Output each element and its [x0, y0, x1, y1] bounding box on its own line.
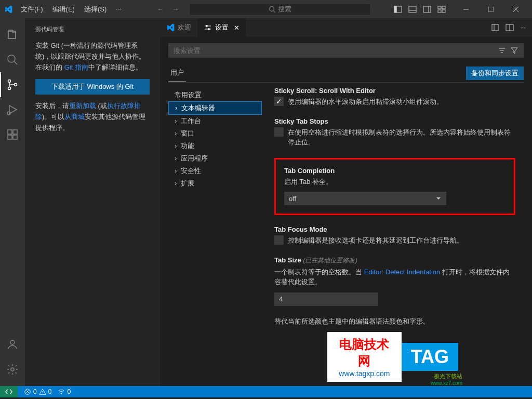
- svg-point-20: [8, 80, 11, 83]
- svg-point-22: [15, 84, 17, 86]
- reload-link[interactable]: 重新加载: [69, 102, 96, 110]
- svg-rect-10: [442, 6, 445, 9]
- split-editor-icon[interactable]: [506, 23, 514, 32]
- settings-search-input[interactable]: [174, 47, 498, 55]
- vscode-logo-icon: [4, 5, 12, 14]
- scope-user-tab[interactable]: 用户: [168, 64, 186, 82]
- svg-rect-5: [409, 6, 416, 12]
- sidebar-title: 源代码管理: [25, 22, 160, 36]
- layout-panel-icon[interactable]: [408, 5, 417, 14]
- window-maximize[interactable]: [479, 0, 503, 18]
- svg-rect-7: [423, 6, 431, 12]
- editor-area: 欢迎 设置 ✕ ··· 用户 备: [160, 18, 532, 386]
- menu-edit[interactable]: 编辑(E): [48, 3, 79, 16]
- menu-select[interactable]: 选择(S): [80, 3, 111, 16]
- layout-customize-icon[interactable]: [437, 5, 446, 14]
- toc-app[interactable]: ›应用程序: [168, 152, 262, 165]
- layout-sidebar-left-icon[interactable]: [394, 5, 402, 14]
- toc-extensions[interactable]: ›扩展: [168, 177, 262, 190]
- svg-point-21: [8, 87, 11, 90]
- tab-close-icon[interactable]: ✕: [234, 24, 240, 32]
- activity-search[interactable]: [0, 47, 25, 72]
- svg-point-34: [208, 29, 210, 30]
- tab-completion-dropdown[interactable]: off: [284, 192, 446, 205]
- menu-file[interactable]: 文件(F): [17, 3, 47, 16]
- svg-rect-9: [438, 6, 441, 9]
- download-git-button[interactable]: 下载适用于 Windows 的 Git: [35, 79, 150, 95]
- editor-more-icon[interactable]: ···: [520, 23, 526, 32]
- tab-size-input[interactable]: [274, 292, 378, 306]
- svg-rect-27: [13, 135, 17, 139]
- detect-indentation-link[interactable]: Editor: Detect Indentation: [364, 268, 441, 276]
- activity-bar: [0, 18, 25, 386]
- toc-security[interactable]: ›安全性: [168, 165, 262, 177]
- svg-rect-35: [492, 24, 498, 31]
- layout-sidebar-right-icon[interactable]: [423, 5, 431, 14]
- search-placeholder: 搜索: [278, 5, 291, 14]
- scm-sidebar: 源代码管理 安装 Git (一种流行的源代码管理系统)，以跟踪代码更改并与他人协…: [25, 18, 160, 386]
- svg-rect-12: [442, 10, 445, 12]
- activity-settings-gear[interactable]: [0, 357, 25, 382]
- vscode-icon: [166, 23, 175, 32]
- statusbar: 0 0 0: [0, 386, 532, 397]
- tab-label: 欢迎: [178, 23, 191, 32]
- command-center-search[interactable]: 搜索: [189, 3, 371, 16]
- scm-intro-text: 安装 Git (一种流行的源代码管理系统)，以跟踪代码更改并与他人协作。在我们的…: [35, 41, 150, 73]
- settings-list: Sticky Scroll: Scroll With Editor 使用编辑器的…: [262, 87, 524, 386]
- marketplace-link[interactable]: 从商城: [64, 113, 85, 121]
- toc-workbench[interactable]: ›工作台: [168, 115, 262, 127]
- open-settings-json-icon[interactable]: [491, 23, 499, 32]
- svg-rect-14: [488, 7, 494, 12]
- dropdown-value: off: [289, 195, 296, 203]
- activity-accounts[interactable]: [0, 332, 25, 357]
- settings-search[interactable]: [168, 43, 524, 58]
- svg-point-29: [10, 340, 15, 344]
- svg-rect-25: [8, 130, 12, 134]
- activity-explorer[interactable]: [0, 22, 25, 47]
- settings-toc: 常用设置 ›文本编辑器 ›工作台 ›窗口 ›功能 ›应用程序 ›安全性 ›扩展: [168, 87, 262, 386]
- setting-token-color: 替代当前所选颜色主题中的编辑器语法颜色和字形。: [274, 316, 515, 327]
- window-close[interactable]: [504, 0, 528, 18]
- toc-common[interactable]: 常用设置: [168, 89, 262, 101]
- backup-sync-button[interactable]: 备份和同步设置: [466, 66, 524, 80]
- editor-tabs: 欢迎 设置 ✕ ···: [160, 18, 532, 37]
- status-problems[interactable]: 0 0: [24, 388, 51, 395]
- titlebar: 文件(F) 编辑(E) 选择(S) ··· ← → 搜索: [0, 0, 532, 18]
- highlighted-setting: Tab Completion 启用 Tab 补全。 off: [274, 158, 515, 216]
- sticky-scroll-checkbox[interactable]: [274, 97, 284, 106]
- sticky-tab-checkbox[interactable]: [274, 127, 284, 137]
- tab-settings[interactable]: 设置 ✕: [197, 18, 246, 37]
- nav-back-icon[interactable]: ←: [157, 5, 164, 13]
- toc-text-editor[interactable]: ›文本编辑器: [168, 101, 262, 115]
- activity-debug[interactable]: [0, 97, 25, 122]
- setting-sticky-tab-stops: Sticky Tab Stops 在使用空格进行缩进时模拟制表符的选择行为。所选…: [274, 117, 515, 148]
- search-icon: [269, 6, 276, 13]
- menu-more[interactable]: ···: [112, 3, 126, 16]
- setting-tab-focus-mode: Tab Focus Mode 控制编辑器是接收选项卡还是将其延迟到工作台进行导航…: [274, 225, 515, 246]
- svg-point-33: [206, 25, 208, 27]
- clear-search-icon[interactable]: [498, 46, 506, 55]
- tab-welcome[interactable]: 欢迎: [160, 18, 197, 37]
- svg-line-1: [274, 10, 276, 12]
- remote-indicator[interactable]: [0, 386, 18, 397]
- nav-forward-icon[interactable]: →: [172, 5, 179, 13]
- menu-bar: 文件(F) 编辑(E) 选择(S) ···: [17, 3, 126, 16]
- svg-rect-26: [8, 135, 12, 139]
- svg-line-19: [14, 61, 17, 64]
- watermark-overlay: 电脑技术网 www.tagxp.com TAG 极光下载站 www.xz7.co…: [327, 332, 458, 382]
- svg-point-0: [270, 6, 274, 11]
- svg-point-18: [8, 55, 15, 62]
- status-ports[interactable]: 0: [58, 388, 71, 395]
- window-minimize[interactable]: [454, 0, 478, 18]
- setting-tab-size: Tab Size (已在其他位置修改) 一个制表符等于的空格数。当 Editor…: [274, 256, 515, 306]
- filter-icon[interactable]: [510, 46, 518, 55]
- tab-focus-checkbox[interactable]: [274, 235, 284, 245]
- activity-scm[interactable]: [0, 72, 25, 97]
- tab-label: 设置: [215, 23, 229, 32]
- chevron-down-icon: [435, 195, 442, 202]
- toc-window[interactable]: ›窗口: [168, 127, 262, 140]
- svg-rect-11: [438, 10, 441, 12]
- git-guide-link[interactable]: Git 指南: [64, 63, 88, 71]
- toc-features[interactable]: ›功能: [168, 140, 262, 152]
- activity-extensions[interactable]: [0, 122, 25, 147]
